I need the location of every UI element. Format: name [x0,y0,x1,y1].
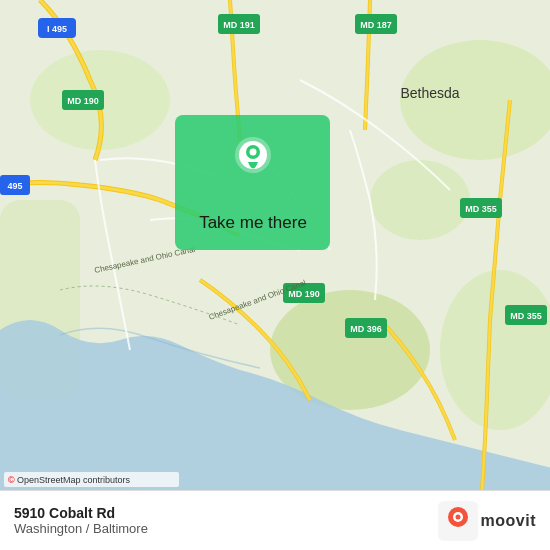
svg-text:MD 355: MD 355 [510,311,542,321]
svg-point-32 [250,149,257,156]
street-address: 5910 Cobalt Rd [14,505,148,521]
moovit-logo: moovit [438,501,536,541]
svg-text:MD 396: MD 396 [350,324,382,334]
moovit-text: moovit [481,512,536,530]
svg-text:I 495: I 495 [47,24,67,34]
svg-text:©: © [8,475,15,485]
footer-address-block: 5910 Cobalt Rd Washington / Baltimore [14,505,148,536]
moovit-icon [438,501,478,541]
svg-text:MD 355: MD 355 [465,204,497,214]
svg-text:495: 495 [7,181,22,191]
svg-text:MD 190: MD 190 [67,96,99,106]
svg-text:MD 187: MD 187 [360,20,392,30]
take-me-there-button[interactable] [175,207,330,249]
svg-text:MD 191: MD 191 [223,20,255,30]
svg-text:OpenStreetMap contributors: OpenStreetMap contributors [17,475,131,485]
svg-point-40 [455,514,460,519]
svg-point-2 [370,160,470,240]
footer-bar: 5910 Cobalt Rd Washington / Baltimore mo… [0,490,550,550]
svg-text:Bethesda: Bethesda [400,85,459,101]
city-label: Washington / Baltimore [14,521,148,536]
